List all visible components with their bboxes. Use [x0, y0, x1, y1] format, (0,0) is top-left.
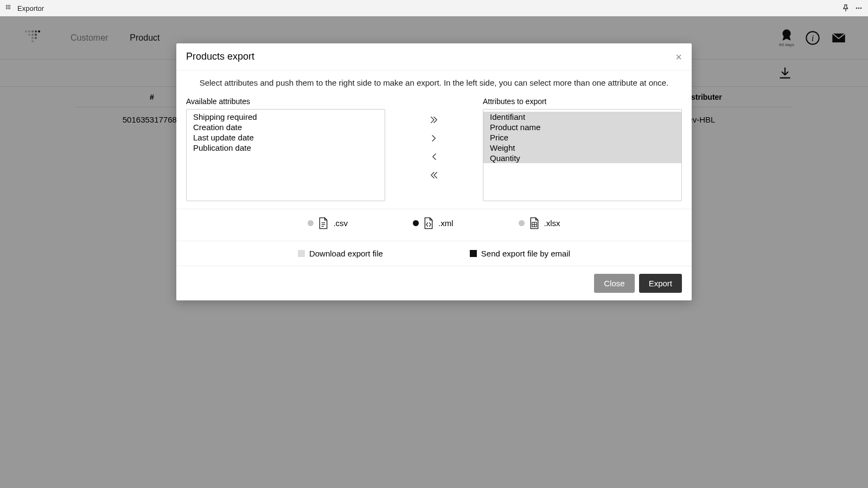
file-table-icon — [529, 217, 540, 229]
move-right-button[interactable] — [427, 132, 441, 145]
export-listbox[interactable]: Identifiant Product name Price Weight Qu… — [483, 109, 682, 201]
modal-overlay[interactable]: Products export × Select attributes and … — [0, 16, 868, 488]
modal-title: Products export — [186, 51, 254, 62]
export-label: Attributes to export — [483, 97, 682, 106]
email-option[interactable]: Send export file by email — [470, 249, 570, 258]
svg-rect-0 — [6, 5, 7, 6]
download-option[interactable]: Download export file — [298, 249, 383, 258]
more-icon[interactable] — [855, 4, 863, 12]
format-csv-label: .csv — [333, 219, 348, 228]
list-item[interactable]: Quantity — [483, 153, 681, 163]
format-xlsx-label: .xlsx — [544, 219, 560, 228]
svg-rect-6 — [6, 8, 7, 9]
svg-rect-4 — [8, 7, 9, 8]
list-item[interactable]: Publication date — [187, 143, 385, 153]
modal-header: Products export × — [176, 43, 692, 70]
svg-rect-5 — [9, 7, 10, 8]
svg-rect-2 — [9, 5, 10, 6]
titlebar-left: Exportor — [5, 4, 44, 12]
svg-rect-3 — [6, 7, 7, 8]
list-item[interactable]: Price — [483, 132, 681, 143]
attribute-transfer: Available attributes Shipping required C… — [186, 97, 682, 201]
pin-icon[interactable] — [842, 4, 850, 12]
file-code-icon — [423, 217, 434, 229]
app-title: Exportor — [17, 4, 44, 12]
window-titlebar: Exportor — [0, 0, 868, 16]
available-pane: Available attributes Shipping required C… — [186, 97, 385, 201]
svg-point-9 — [856, 8, 858, 9]
export-button[interactable]: Export — [639, 274, 682, 293]
transfer-buttons — [385, 97, 483, 201]
titlebar-right — [842, 4, 863, 12]
list-item[interactable]: Creation date — [187, 122, 385, 132]
list-item[interactable]: Last update date — [187, 132, 385, 143]
modal-footer: Close Export — [176, 266, 692, 300]
checkbox — [470, 250, 477, 257]
list-item[interactable]: Identifiant — [483, 112, 681, 122]
svg-rect-1 — [8, 5, 9, 6]
delivery-options: Download export file Send export file by… — [186, 241, 682, 266]
format-xlsx[interactable]: .xlsx — [519, 217, 560, 229]
svg-point-11 — [860, 8, 862, 9]
radio-dot — [308, 220, 314, 226]
list-item[interactable]: Weight — [483, 143, 681, 153]
close-icon[interactable]: × — [675, 52, 682, 62]
modal-hint: Select attributes and push them to the r… — [186, 78, 682, 87]
email-label: Send export file by email — [481, 249, 570, 258]
svg-rect-7 — [8, 8, 9, 9]
close-button[interactable]: Close — [594, 274, 634, 293]
move-left-button[interactable] — [427, 150, 441, 163]
available-label: Available attributes — [186, 97, 385, 106]
modal-body: Select attributes and push them to the r… — [176, 70, 692, 266]
available-listbox[interactable]: Shipping required Creation date Last upd… — [186, 109, 385, 201]
export-modal: Products export × Select attributes and … — [176, 43, 692, 300]
svg-rect-8 — [9, 8, 10, 9]
move-all-left-button[interactable] — [427, 169, 441, 182]
list-item[interactable]: Shipping required — [187, 112, 385, 122]
file-text-icon — [318, 217, 329, 229]
radio-dot — [413, 220, 419, 226]
radio-dot — [519, 220, 525, 226]
app-icon — [5, 4, 13, 12]
format-xml-label: .xml — [438, 219, 454, 228]
list-item[interactable]: Product name — [483, 122, 681, 132]
move-all-right-button[interactable] — [427, 113, 441, 126]
svg-point-10 — [858, 8, 860, 9]
format-options: .csv .xml .xlsx — [186, 209, 682, 236]
download-label: Download export file — [309, 249, 383, 258]
checkbox — [298, 250, 305, 257]
export-pane: Attributes to export Identifiant Product… — [483, 97, 682, 201]
format-xml[interactable]: .xml — [413, 217, 454, 229]
format-csv[interactable]: .csv — [308, 217, 348, 229]
